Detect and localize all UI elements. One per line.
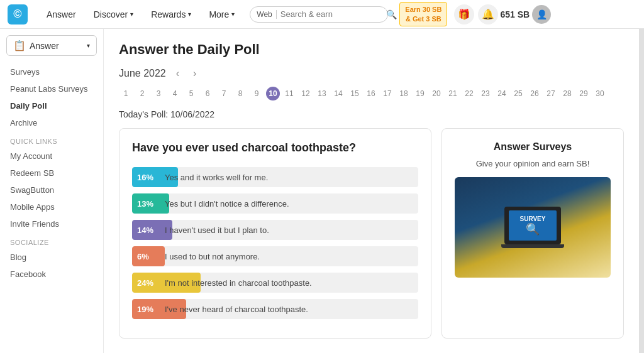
poll-card: Have you ever used charcoal toothpaste? … bbox=[119, 128, 431, 339]
calendar-next-btn[interactable]: › bbox=[189, 67, 200, 80]
sidebar-item-mobile-apps[interactable]: Mobile Apps bbox=[0, 198, 103, 215]
calendar-day-3[interactable]: 3 bbox=[152, 87, 165, 100]
page-title: Answer the Daily Poll bbox=[119, 41, 624, 58]
poll-label-4: I'm not interested in charcoal toothpast… bbox=[165, 278, 312, 288]
calendar-day-20[interactable]: 20 bbox=[430, 87, 443, 100]
avatar[interactable]: 👤 bbox=[532, 5, 551, 24]
survey-search-icon: 🔍 bbox=[526, 222, 540, 236]
calendar-day-6[interactable]: 6 bbox=[201, 87, 214, 100]
calendar-day-11[interactable]: 11 bbox=[282, 87, 296, 100]
sidebar-item-facebook[interactable]: Facebook bbox=[0, 266, 103, 283]
calendar-day-16[interactable]: 16 bbox=[364, 87, 378, 100]
calendar-header: June 2022 ‹ › bbox=[119, 67, 624, 80]
poll-label-3: I used to but not anymore. bbox=[165, 252, 260, 261]
nav-answer[interactable]: Answer bbox=[38, 0, 85, 29]
sidebar-item-redeem-sb[interactable]: Redeem SB bbox=[0, 165, 103, 182]
search-icon: 🔍 bbox=[386, 9, 397, 19]
poll-label-2: I haven't used it but I plan to. bbox=[165, 225, 269, 235]
calendar-day-25[interactable]: 25 bbox=[511, 87, 525, 100]
calendar-day-1[interactable]: 1 bbox=[119, 87, 133, 100]
calendar-day-15[interactable]: 15 bbox=[348, 87, 362, 100]
calendar-day-8[interactable]: 8 bbox=[233, 87, 247, 100]
calendar-day-19[interactable]: 19 bbox=[413, 87, 427, 100]
nav-more[interactable]: More ▾ bbox=[200, 0, 243, 29]
sidebar-item-daily-poll[interactable]: Daily Poll bbox=[0, 97, 103, 114]
sb-count: 651 SB bbox=[500, 9, 530, 19]
more-chevron-icon: ▾ bbox=[231, 11, 235, 18]
socialize-title: SOCIALIZE bbox=[0, 232, 103, 249]
sidebar-item-surveys[interactable]: Surveys bbox=[0, 63, 103, 80]
calendar-prev-btn[interactable]: ‹ bbox=[172, 67, 183, 80]
calendar-month: June 2022 bbox=[119, 68, 166, 79]
search-type-label[interactable]: Web bbox=[257, 10, 276, 19]
poll-label-5: I've never heard of charcoal toothpaste. bbox=[165, 305, 308, 314]
calendar-day-24[interactable]: 24 bbox=[495, 87, 509, 100]
clipboard-icon: 📋 bbox=[13, 40, 26, 52]
calendar-day-26[interactable]: 26 bbox=[528, 87, 541, 100]
calendar-day-28[interactable]: 28 bbox=[560, 87, 574, 100]
calendar-day-14[interactable]: 14 bbox=[331, 87, 345, 100]
poll-options: 16%Yes and it works well for me.13%Yes b… bbox=[132, 167, 418, 319]
poll-label-0: Yes and it works well for me. bbox=[165, 173, 268, 182]
calendar-day-5[interactable]: 5 bbox=[184, 87, 198, 100]
poll-question: Have you ever used charcoal toothpaste? bbox=[132, 141, 418, 155]
main-layout: 📋 Answer ▾ Surveys Peanut Labs Surveys D… bbox=[0, 29, 644, 353]
gift-icon-btn[interactable]: 🎁 bbox=[454, 4, 474, 24]
poll-pct-1: 13% bbox=[132, 199, 158, 209]
sidebar-item-blog[interactable]: Blog bbox=[0, 249, 103, 266]
calendar-day-10[interactable]: 10 bbox=[266, 87, 280, 100]
calendar-day-30[interactable]: 30 bbox=[593, 87, 607, 100]
poll-option-0[interactable]: 16%Yes and it works well for me. bbox=[132, 167, 418, 187]
calendar-day-18[interactable]: 18 bbox=[397, 87, 411, 100]
poll-option-4[interactable]: 24%I'm not interested in charcoal toothp… bbox=[132, 273, 418, 293]
calendar-day-9[interactable]: 9 bbox=[250, 87, 264, 100]
calendar-day-17[interactable]: 17 bbox=[380, 87, 394, 100]
sidebar-item-swagbutton[interactable]: SwagButton bbox=[0, 182, 103, 198]
scrollbar[interactable] bbox=[639, 29, 644, 353]
calendar-day-12[interactable]: 12 bbox=[299, 87, 313, 100]
notification-icon-btn[interactable]: 🔔 bbox=[478, 4, 498, 24]
calendar-day-21[interactable]: 21 bbox=[446, 87, 460, 100]
search-bar[interactable]: Web 🔍 bbox=[250, 6, 388, 23]
sidebar: 📋 Answer ▾ Surveys Peanut Labs Surveys D… bbox=[0, 29, 104, 353]
search-input[interactable] bbox=[280, 9, 386, 19]
calendar-day-23[interactable]: 23 bbox=[479, 87, 492, 100]
sidebar-item-peanut-labs[interactable]: Peanut Labs Surveys bbox=[0, 80, 103, 97]
nav-discover[interactable]: Discover ▾ bbox=[85, 0, 142, 29]
discover-chevron-icon: ▾ bbox=[130, 11, 133, 18]
calendar-day-2[interactable]: 2 bbox=[135, 87, 149, 100]
answer-chevron-icon: ▾ bbox=[87, 42, 90, 49]
survey-card: Answer Surveys Give your opinion and ear… bbox=[441, 128, 624, 339]
sidebar-item-invite-friends[interactable]: Invite Friends bbox=[0, 215, 103, 232]
calendar-days: 1234567891011121314151617181920212223242… bbox=[119, 87, 624, 100]
calendar-day-29[interactable]: 29 bbox=[577, 87, 591, 100]
poll-pct-4: 24% bbox=[132, 278, 158, 288]
laptop-icon: SURVEY 🔍 bbox=[504, 207, 561, 244]
survey-card-subtitle: Give your opinion and earn SB! bbox=[476, 159, 590, 168]
main-content: Answer the Daily Poll June 2022 ‹ › 1234… bbox=[104, 29, 639, 353]
nav-rewards[interactable]: Rewards ▾ bbox=[142, 0, 200, 29]
poll-option-5[interactable]: 19%I've never heard of charcoal toothpas… bbox=[132, 299, 418, 319]
survey-card-title: Answer Surveys bbox=[494, 141, 572, 153]
sidebar-item-my-account[interactable]: My Account bbox=[0, 148, 103, 165]
sidebar-answer-dropdown[interactable]: 📋 Answer ▾ bbox=[6, 35, 97, 56]
poll-date-label: Today's Poll: 10/06/2022 bbox=[119, 109, 624, 119]
top-navigation: © Answer Discover ▾ Rewards ▾ More ▾ Web… bbox=[0, 0, 644, 29]
earn-banner[interactable]: Earn 30 SB & Get 3 SB bbox=[399, 2, 447, 26]
calendar-day-7[interactable]: 7 bbox=[217, 87, 231, 100]
poll-option-1[interactable]: 13%Yes but I didn't notice a difference. bbox=[132, 193, 418, 214]
calendar-day-27[interactable]: 27 bbox=[544, 87, 558, 100]
poll-pct-2: 14% bbox=[132, 225, 158, 235]
quick-links-title: QUICK LINKS bbox=[0, 131, 103, 148]
calendar-day-13[interactable]: 13 bbox=[315, 87, 329, 100]
poll-pct-3: 6% bbox=[132, 252, 157, 261]
calendar-day-22[interactable]: 22 bbox=[462, 87, 476, 100]
poll-label-1: Yes but I didn't notice a difference. bbox=[165, 199, 289, 209]
survey-image: SURVEY 🔍 bbox=[455, 177, 611, 278]
poll-option-3[interactable]: 6%I used to but not anymore. bbox=[132, 246, 418, 266]
poll-pct-5: 19% bbox=[132, 305, 158, 314]
calendar-day-4[interactable]: 4 bbox=[168, 87, 182, 100]
poll-option-2[interactable]: 14%I haven't used it but I plan to. bbox=[132, 220, 418, 240]
logo[interactable]: © bbox=[8, 4, 28, 24]
sidebar-item-archive[interactable]: Archive bbox=[0, 114, 103, 131]
